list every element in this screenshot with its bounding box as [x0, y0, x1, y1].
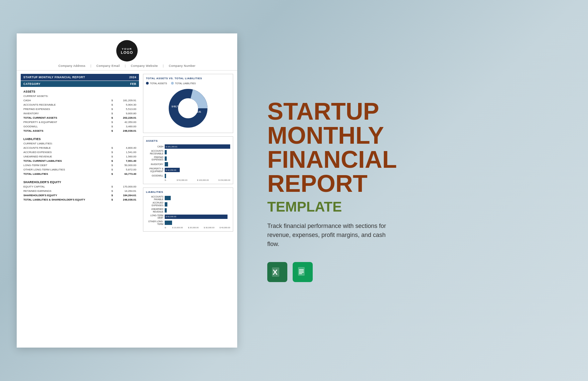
bar-row-pe: PREPAIDEXPENSES	[146, 156, 230, 161]
bar-fill-ltdebt: $ 50,000.00	[165, 215, 228, 219]
bar-row-accrued: ACCRUEDEXPENSES	[146, 202, 230, 207]
donut-legend: TOTAL ASSETS TOTAL LIABILITIES	[146, 82, 230, 85]
shareholder-equity-label: SHAREHOLDER'S EQUITY	[21, 179, 139, 184]
bar-label-prop: PROPERTY &EQUIPMENT	[146, 167, 163, 173]
excel-icon[interactable]: X	[267, 262, 287, 282]
bar-fill-accrued	[165, 202, 167, 207]
accounts-payable-row: ACCOUNTS PAYABLE $ 4,800.40	[21, 146, 139, 150]
bar-fill-inv	[165, 162, 168, 166]
bar-value-cash: $ 181,209.91	[166, 146, 177, 148]
logo-line2: LOGO	[121, 50, 133, 54]
company-address: Company Address	[58, 64, 86, 68]
accounts-receivable-row: ACCOUNTS RECEIVABLE $ 5,904.30	[21, 103, 139, 107]
bar-label-cash: CASH	[146, 145, 163, 148]
legend-assets-label: TOTAL ASSETS	[150, 82, 167, 85]
donut-hole	[181, 102, 195, 115]
svg-rect-4	[299, 271, 304, 271]
liabilities-bar-chart-box: LIABILITIES ACCOUNTSPAYABLE ACCRUEDEXP	[143, 187, 233, 232]
legend-liabilities-label: TOTAL LIABILITIES	[175, 82, 196, 85]
bar-track-unearned	[165, 208, 230, 213]
bar-label-unearned: UNEARNEDREVENUE	[146, 208, 163, 213]
assets-bar-chart-title: ASSETS	[146, 139, 230, 142]
bar-row-cash: CASH $ 181,209.91	[146, 144, 230, 149]
bar-fill-goodwill	[165, 174, 166, 178]
bar-row-goodwill: GOODWILL	[146, 174, 230, 178]
month-label: FEB	[130, 82, 137, 86]
prepaid-expenses-row: PREPAID EXPENSES $ 5,513.00	[21, 107, 139, 111]
charts-column: TOTAL ASSETS VS. TOTAL LIABILITIES TOTAL…	[143, 74, 233, 235]
report-title-row: STARTUP MONTHLY FINANCIAL REPORT 2024	[21, 74, 139, 81]
company-info: Company Address | Company Email | Compan…	[56, 64, 198, 68]
inventory-row: INVENTORY $ 9,600.80	[21, 111, 139, 116]
doc-header: YOUR LOGO Company Address | Company Emai…	[17, 33, 237, 71]
category-label: CATEGORY	[23, 82, 40, 86]
company-email: Company Email	[97, 64, 120, 68]
donut-liabilities-value: $ 63,773.40	[172, 105, 183, 108]
cash-row: CASH $ 181,209.91	[21, 98, 139, 103]
main-title-line2: MONTHLY	[267, 123, 568, 147]
bar-label-ap: ACCOUNTSPAYABLE	[146, 196, 163, 201]
bar-fill-ar	[165, 150, 167, 154]
bar-label-ar: ACCOUNTSRECEIVABLE	[146, 150, 163, 155]
bar-fill-unearned	[165, 208, 167, 213]
goodwill-row: GOODWILL $ 3,460.00	[21, 124, 139, 129]
assets-bar-chart-box: ASSETS CASH $ 181,209.91 ACCOUNTSRECEIVA	[143, 136, 233, 184]
liabilities-bar-chart-title: LIABILITIES	[146, 190, 230, 194]
assets-section-label: ASSETS	[21, 88, 139, 94]
bar-value-prop: $ 42,350.00	[166, 169, 176, 171]
svg-rect-5	[299, 272, 304, 273]
bar-track-ar	[165, 150, 230, 154]
company-website: Company Website	[131, 64, 158, 68]
right-panel: STARTUP MONTHLY FINANCIAL REPORT TEMPLAT…	[254, 86, 588, 295]
svg-rect-6	[299, 273, 302, 274]
sheets-icon[interactable]	[293, 262, 313, 282]
bar-row-prop: PROPERTY &EQUIPMENT $ 42,350.00	[146, 167, 230, 173]
bar-value-ltdebt: $ 50,000.00	[166, 216, 176, 218]
doc-body: STARTUP MONTHLY FINANCIAL REPORT 2024 CA…	[17, 71, 237, 238]
bar-row-ap: ACCOUNTSPAYABLE	[146, 196, 230, 201]
bar-track-ap	[165, 196, 230, 200]
bar-track-pe	[165, 156, 230, 161]
main-title: STARTUP MONTHLY FINANCIAL REPORT	[267, 99, 568, 196]
bar-row-ltdebt: LONG-TERMDEBT $ 50,000.00	[146, 214, 230, 220]
app-icons: X	[267, 262, 568, 282]
property-equipment-row: PROPERTY & EQUIPMENT $ 42,350.00	[21, 120, 139, 124]
bar-track-inv	[165, 162, 230, 166]
main-title-line1: STARTUP	[267, 99, 568, 123]
total-current-assets-row: TOTAL CURRENT ASSETS $ 202,228.01	[21, 116, 139, 120]
svg-text:X: X	[273, 268, 278, 276]
bar-fill-prop: $ 42,350.00	[165, 168, 180, 172]
bar-label-accrued: ACCRUEDEXPENSES	[146, 202, 163, 207]
legend-total-liabilities: TOTAL LIABILITIES	[171, 82, 196, 85]
bar-row-ar: ACCOUNTSRECEIVABLE	[146, 150, 230, 155]
liabilities-axis-labels: $ - $ 10,000.00 $ 20,000.00 $ 30,000.00 …	[146, 227, 230, 229]
legend-dot-liabilities	[171, 82, 174, 85]
total-liabilities-row: TOTAL LIABILITIES $ 63,773.40	[21, 172, 139, 176]
legend-dot-assets	[146, 82, 149, 85]
assets-axis-labels: $ - $ 50,000.00 $ 100,000.00 $ 150,000.0…	[146, 179, 230, 181]
bar-label-othlt: OTHER LONG-TERM	[146, 220, 163, 226]
bar-row-unearned: UNEARNEDREVENUE	[146, 208, 230, 213]
bar-track-prop: $ 42,350.00	[165, 168, 230, 172]
main-title-line4: REPORT	[267, 171, 568, 196]
report-year: 2024	[129, 76, 136, 79]
bar-label-inv: INVENTORY	[146, 163, 163, 166]
unearned-revenue-row: UNEARNED REVENUE $ 1,560.00	[21, 154, 139, 159]
logo-line1: YOUR	[122, 47, 132, 50]
financial-table: STARTUP MONTHLY FINANCIAL REPORT 2024 CA…	[21, 74, 139, 235]
equity-capital-row: EQUITY CAPITAL $ 170,000.00	[21, 184, 139, 189]
report-title: STARTUP MONTHLY FINANCIAL REPORT	[23, 76, 85, 79]
svg-rect-3	[299, 269, 304, 270]
long-term-debt-row: LONG-TERM DEBT $ 50,000.00	[21, 163, 139, 167]
total-shareholder-equity-row: SHAREHOLDER'S EQUITY $ 184,264.61	[21, 193, 139, 198]
bar-row-othlt: OTHER LONG-TERM	[146, 220, 230, 226]
company-number: Company Number	[169, 64, 195, 68]
bar-fill-ap	[165, 196, 171, 200]
bar-track-accrued	[165, 202, 230, 207]
sub-title: TEMPLATE	[267, 199, 568, 215]
assets-bar-chart: CASH $ 181,209.91 ACCOUNTSRECEIVABLE	[146, 144, 230, 181]
bar-fill-cash: $ 181,209.91	[165, 144, 230, 149]
bar-track-goodwill	[165, 174, 230, 178]
bar-label-ltdebt: LONG-TERMDEBT	[146, 214, 163, 220]
donut-chart-box: TOTAL ASSETS VS. TOTAL LIABILITIES TOTAL…	[143, 74, 233, 133]
